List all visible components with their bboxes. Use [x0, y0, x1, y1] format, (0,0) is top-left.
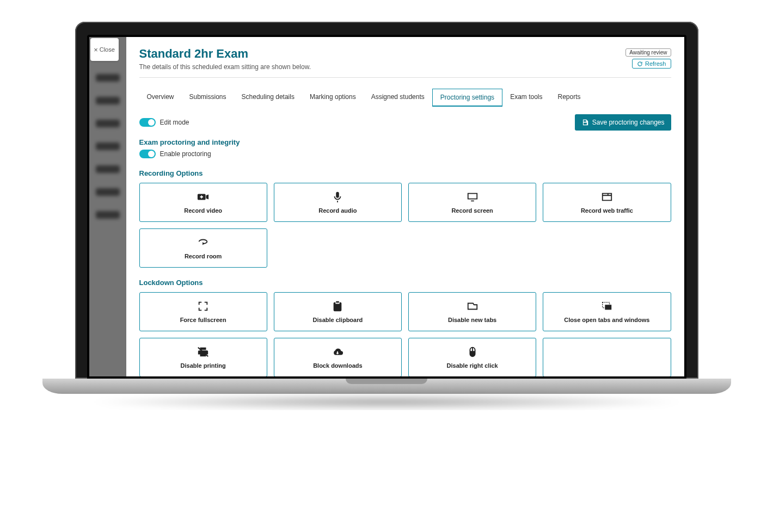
tab-overview[interactable]: Overview	[139, 89, 182, 107]
lockdown-option-label: Block downloads	[313, 362, 362, 369]
app-screen: × Close Standard 2hr Exam	[89, 37, 684, 376]
lockdown-option-empty[interactable]	[543, 338, 671, 376]
lockdown-option-label: Disable new tabs	[448, 317, 496, 323]
lockdown-option-disable-right-click[interactable]: Disable right click	[408, 338, 536, 376]
recording-option-record-screen[interactable]: Record screen	[408, 183, 536, 222]
enable-proctoring-label: Enable proctoring	[160, 150, 211, 158]
lockdown-option-force-fullscreen[interactable]: Force fullscreen	[139, 292, 267, 331]
close-label: Close	[100, 46, 115, 53]
recording-option-record-web-traffic[interactable]: Record web traffic	[543, 183, 671, 222]
recording-option-record-video[interactable]: Record video	[139, 183, 267, 222]
recording-option-record-audio[interactable]: Record audio	[274, 183, 402, 222]
lockdown-option-label: Disable printing	[181, 362, 226, 369]
mouse-icon	[466, 346, 479, 358]
tabs: OverviewSubmissionsScheduling detailsMar…	[139, 89, 671, 107]
lockdown-option-disable-clipboard[interactable]: Disable clipboard	[274, 292, 402, 331]
save-proctoring-button[interactable]: Save proctoring changes	[575, 114, 671, 131]
no-print-icon	[197, 346, 210, 358]
video-plus-icon	[197, 191, 210, 203]
recording-option-label: Record room	[185, 253, 222, 259]
recording-option-label: Record video	[184, 207, 222, 214]
lockdown-option-label: Force fullscreen	[180, 317, 226, 323]
monitor-icon	[466, 191, 479, 203]
save-label: Save proctoring changes	[592, 119, 665, 126]
rotate-360-icon	[197, 237, 210, 249]
refresh-button[interactable]: Refresh	[632, 59, 671, 69]
recording-option-label: Record web traffic	[581, 207, 633, 214]
browser-icon	[600, 191, 614, 203]
close-button[interactable]: × Close	[90, 38, 119, 61]
save-icon	[581, 119, 589, 126]
lockdown-option-disable-new-tabs[interactable]: Disable new tabs	[408, 292, 536, 331]
tab-icon	[466, 300, 479, 312]
tab-assigned-students[interactable]: Assigned students	[364, 89, 432, 107]
tab-marking-options[interactable]: Marking options	[302, 89, 364, 107]
recording-option-label: Record audio	[318, 207, 357, 214]
enable-proctoring-toggle[interactable]	[139, 150, 156, 158]
page-title: Standard 2hr Exam	[139, 47, 311, 61]
close-icon: ×	[94, 46, 98, 53]
sidebar-dimmed	[89, 37, 126, 376]
refresh-label: Refresh	[645, 60, 666, 67]
lockdown-option-label: Disable clipboard	[313, 317, 363, 323]
page-subtitle: The details of this scheduled exam sitti…	[139, 63, 311, 71]
fullscreen-icon	[197, 300, 210, 312]
refresh-icon	[637, 61, 643, 67]
status-badge: Awaiting review	[625, 48, 671, 57]
cloud-down-icon	[331, 346, 344, 358]
clipboard-icon	[331, 300, 344, 312]
lockdown-option-close-open-tabs[interactable]: Close open tabs and windows	[543, 292, 671, 331]
recording-option-label: Record screen	[451, 207, 493, 214]
tab-proctoring-settings[interactable]: Proctoring settings	[432, 89, 502, 107]
lockdown-option-block-downloads[interactable]: Block downloads	[274, 338, 402, 376]
tab-exam-tools[interactable]: Exam tools	[502, 89, 550, 107]
lockdown-heading: Lockdown Options	[139, 279, 671, 287]
close-windows-icon	[600, 300, 614, 312]
recording-heading: Recording Options	[139, 169, 671, 177]
svg-rect-1	[605, 305, 611, 310]
mic-icon	[331, 191, 344, 203]
recording-option-record-room[interactable]: Record room	[139, 228, 267, 268]
lockdown-option-label: Close open tabs and windows	[564, 317, 649, 323]
tab-submissions[interactable]: Submissions	[182, 89, 234, 107]
tab-scheduling-details[interactable]: Scheduling details	[234, 89, 302, 107]
edit-mode-toggle[interactable]	[139, 118, 156, 127]
tab-reports[interactable]: Reports	[550, 89, 588, 107]
integrity-heading: Exam proctoring and integrity	[139, 138, 671, 146]
main-content: Standard 2hr Exam The details of this sc…	[126, 37, 684, 376]
lockdown-option-disable-printing[interactable]: Disable printing	[139, 338, 267, 376]
lockdown-option-label: Disable right click	[447, 362, 498, 369]
edit-mode-label: Edit mode	[160, 119, 189, 126]
